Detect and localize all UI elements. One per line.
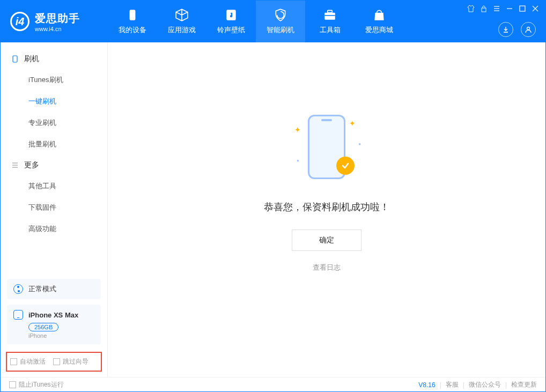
footer-service-link[interactable]: 客服 <box>446 380 459 389</box>
sidebar-group-more: 更多 <box>1 155 107 175</box>
sidebar-item-pro-flash[interactable]: 专业刷机 <box>1 112 107 134</box>
device-icon <box>126 8 139 22</box>
checkbox-icon <box>9 381 16 388</box>
nav-ringtones[interactable]: 铃声壁纸 <box>206 1 256 42</box>
nav-label: 智能刷机 <box>267 25 294 35</box>
phone-small-icon <box>11 55 19 63</box>
app-subtitle: www.i4.cn <box>35 26 80 32</box>
success-illustration: ✦✦ ●● <box>294 115 359 184</box>
svg-rect-5 <box>482 8 486 12</box>
nav-label: 我的设备 <box>119 25 146 35</box>
bag-icon <box>372 8 386 22</box>
sidebar-item-itunes-flash[interactable]: iTunes刷机 <box>1 69 107 91</box>
options-row: 自动激活 跳过向导 <box>6 352 102 372</box>
nav-store[interactable]: 爱思商城 <box>355 1 404 42</box>
sidebar-item-onekey-flash[interactable]: 一键刷机 <box>1 91 107 112</box>
nav-tools[interactable]: 工具箱 <box>305 1 355 42</box>
list-icon <box>11 161 19 169</box>
svg-point-13 <box>527 27 530 30</box>
window-controls <box>467 5 539 12</box>
mode-box[interactable]: 正常模式 <box>7 279 101 299</box>
checkbox-auto-activate[interactable]: 自动激活 <box>10 357 46 366</box>
sidebar-group-flash: 刷机 <box>1 49 107 69</box>
sidebar-item-download-firmware[interactable]: 下载固件 <box>1 197 107 218</box>
menu-icon[interactable] <box>493 5 500 12</box>
shield-icon <box>274 8 287 22</box>
app-title: 爱思助手 <box>35 11 80 26</box>
checkbox-icon <box>10 358 17 365</box>
device-name: iPhone XS Max <box>28 311 78 319</box>
sidebar-item-batch-flash[interactable]: 批量刷机 <box>1 134 107 155</box>
nav-label: 爱思商城 <box>365 25 393 35</box>
device-type: iPhone <box>28 332 94 339</box>
sidebar-item-advanced[interactable]: 高级功能 <box>1 218 107 240</box>
svg-rect-2 <box>324 13 335 20</box>
svg-rect-10 <box>520 6 525 11</box>
user-button[interactable] <box>521 22 536 37</box>
nav-apps[interactable]: 应用游戏 <box>157 1 206 42</box>
checkbox-label: 阻止iTunes运行 <box>19 380 64 389</box>
mode-icon <box>13 284 23 294</box>
device-storage-badge: 256GB <box>28 323 58 331</box>
view-log-link[interactable]: 查看日志 <box>313 263 341 272</box>
group-label: 刷机 <box>24 54 39 64</box>
logo-area: i4 爱思助手 www.i4.cn <box>1 11 108 32</box>
check-badge-icon <box>336 157 355 175</box>
nav-label: 工具箱 <box>320 25 341 35</box>
nav-flash[interactable]: 智能刷机 <box>256 1 305 42</box>
cube-icon <box>175 8 189 22</box>
header: i4 爱思助手 www.i4.cn 我的设备 应用游戏 铃声壁纸 智能刷机 工具… <box>1 1 545 42</box>
success-message: 恭喜您，保资料刷机成功啦！ <box>264 201 389 213</box>
minimize-icon[interactable] <box>506 5 513 12</box>
nav-my-device[interactable]: 我的设备 <box>108 1 157 42</box>
logo-icon: i4 <box>10 12 29 31</box>
footer-update-link[interactable]: 检查更新 <box>511 380 537 389</box>
sidebar: 刷机 iTunes刷机 一键刷机 专业刷机 批量刷机 更多 其他工具 下载固件 … <box>1 42 108 377</box>
device-box[interactable]: iPhone XS Max 256GB iPhone <box>7 305 101 344</box>
maximize-icon[interactable] <box>519 5 526 12</box>
svg-rect-0 <box>130 10 136 20</box>
nav-tabs: 我的设备 应用游戏 铃声壁纸 智能刷机 工具箱 爱思商城 <box>108 1 404 42</box>
checkbox-skip-guide[interactable]: 跳过向导 <box>53 357 88 366</box>
mode-label: 正常模式 <box>28 284 56 294</box>
lock-icon[interactable] <box>480 5 488 12</box>
main-content: ✦✦ ●● 恭喜您，保资料刷机成功啦！ 确定 查看日志 <box>108 42 545 377</box>
device-phone-icon <box>13 310 23 320</box>
footer: 阻止iTunes运行 V8.16 | 客服 | 微信公众号 | 检查更新 <box>1 377 545 392</box>
toolbox-icon <box>323 8 337 22</box>
shirt-icon[interactable] <box>467 5 475 12</box>
ok-button[interactable]: 确定 <box>292 230 361 251</box>
nav-label: 应用游戏 <box>168 25 196 35</box>
nav-label: 铃声壁纸 <box>217 25 245 35</box>
footer-wechat-link[interactable]: 微信公众号 <box>469 380 501 389</box>
checkbox-block-itunes[interactable]: 阻止iTunes运行 <box>9 380 64 389</box>
checkbox-icon <box>53 358 60 365</box>
svg-rect-3 <box>328 10 333 12</box>
sidebar-item-other-tools[interactable]: 其他工具 <box>1 175 107 197</box>
close-icon[interactable] <box>532 5 539 12</box>
music-icon <box>224 8 238 22</box>
checkbox-label: 自动激活 <box>20 357 46 366</box>
version-label: V8.16 <box>418 381 435 389</box>
checkbox-label: 跳过向导 <box>63 357 88 366</box>
svg-rect-4 <box>324 15 335 16</box>
svg-rect-14 <box>13 56 17 62</box>
group-label: 更多 <box>24 160 39 170</box>
download-button[interactable] <box>498 22 513 37</box>
